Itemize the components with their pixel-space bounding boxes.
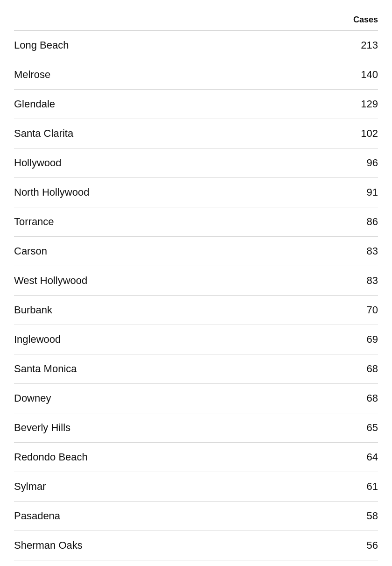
cases-value: 129	[341, 98, 378, 110]
table-row: Carson83	[14, 237, 378, 266]
table-row: West Hollywood83	[14, 266, 378, 296]
cases-value: 83	[341, 245, 378, 257]
city-name: Inglewood	[14, 333, 61, 346]
city-name: Melrose	[14, 69, 50, 81]
city-name: Sherman Oaks	[14, 539, 83, 552]
city-name: Hollywood	[14, 157, 62, 169]
city-name: Redondo Beach	[14, 451, 88, 463]
table-row: Long Beach213	[14, 31, 378, 60]
cases-value: 68	[341, 363, 378, 375]
table-row: Downey68	[14, 384, 378, 413]
table-row: Glendale129	[14, 90, 378, 119]
table-row: North Hollywood91	[14, 178, 378, 207]
cases-value: 69	[341, 333, 378, 346]
cases-value: 83	[341, 275, 378, 287]
cases-value: 102	[341, 127, 378, 140]
city-name: Santa Monica	[14, 363, 77, 375]
table-row: Burbank70	[14, 296, 378, 325]
cases-column-header: Cases	[341, 15, 378, 25]
table-row: Santa Clarita102	[14, 119, 378, 149]
city-name: Glendale	[14, 98, 55, 110]
table-row: Redondo Beach64	[14, 443, 378, 472]
cases-value: 61	[341, 481, 378, 493]
table-row: Santa Monica68	[14, 354, 378, 384]
cases-value: 213	[341, 39, 378, 51]
city-name: West Hollywood	[14, 275, 87, 287]
city-name: Carson	[14, 245, 47, 257]
cases-value: 65	[341, 422, 378, 434]
city-name: Beverly Hills	[14, 422, 70, 434]
table-row: Pasadena58	[14, 502, 378, 531]
table-row: Hollywood96	[14, 149, 378, 178]
table-header: Cases	[14, 9, 378, 31]
city-name: Pasadena	[14, 510, 60, 522]
cases-table: Cases Long Beach213Melrose140Glendale129…	[14, 9, 378, 566]
city-name: Downey	[14, 392, 51, 404]
table-row: Silver Lake55	[14, 560, 378, 566]
cases-value: 96	[341, 157, 378, 169]
cases-value: 91	[341, 186, 378, 198]
city-name: Santa Clarita	[14, 127, 73, 140]
city-name: Torrance	[14, 216, 54, 228]
cases-value: 64	[341, 451, 378, 463]
table-row: Torrance86	[14, 207, 378, 237]
table-row: Sherman Oaks56	[14, 531, 378, 560]
cases-value: 68	[341, 392, 378, 404]
city-name: Long Beach	[14, 39, 69, 51]
city-name: North Hollywood	[14, 186, 89, 198]
cases-value: 70	[341, 304, 378, 316]
table-row: Sylmar61	[14, 472, 378, 502]
city-name: Sylmar	[14, 481, 46, 493]
cases-value: 56	[341, 539, 378, 552]
cases-value: 86	[341, 216, 378, 228]
table-body: Long Beach213Melrose140Glendale129Santa …	[14, 31, 378, 566]
table-row: Beverly Hills65	[14, 413, 378, 443]
cases-value: 58	[341, 510, 378, 522]
table-row: Melrose140	[14, 60, 378, 90]
table-row: Inglewood69	[14, 325, 378, 354]
city-name: Burbank	[14, 304, 52, 316]
cases-value: 140	[341, 69, 378, 81]
